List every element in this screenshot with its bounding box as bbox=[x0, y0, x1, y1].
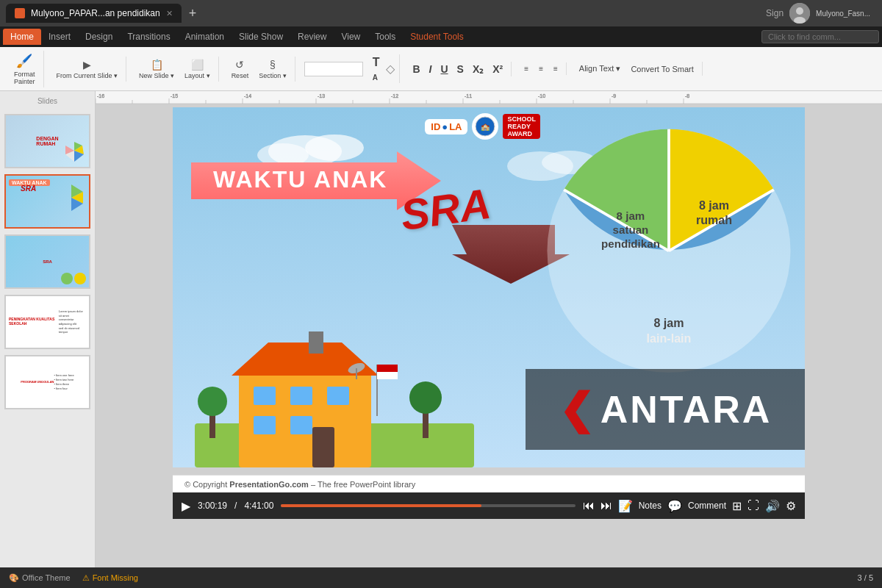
video-controls-right: ⏮ ⏭ 📝 Notes 💬 Comment ⊞ ⛶ 🔊 ⚙ bbox=[583, 499, 796, 513]
tab-review[interactable]: Review bbox=[290, 29, 334, 45]
sign-in-btn[interactable]: Sign bbox=[766, 8, 784, 18]
section-btn[interactable]: § Section ▾ bbox=[255, 57, 290, 82]
svg-text:8 jam: 8 jam bbox=[653, 316, 684, 329]
svg-text:-16: -16 bbox=[97, 93, 104, 98]
slide-panel: Slides DENGANRUMAH bbox=[0, 91, 96, 567]
from-current-label: From Current Slide ▾ bbox=[57, 72, 118, 79]
new-slide-icon: 📋 bbox=[151, 59, 163, 71]
wps-office-app: Home Insert Design Transitions Animation… bbox=[0, 26, 882, 588]
fullscreen-btn[interactable]: ⛶ bbox=[747, 499, 759, 512]
play-pause-btn[interactable]: ▶ bbox=[182, 499, 190, 513]
copyright-bar: © Copyright PresentationGo.com – The fre… bbox=[173, 475, 805, 492]
layout-btn[interactable]: ⬜ Layout ▾ bbox=[181, 57, 214, 82]
play-icon: ▶ bbox=[83, 59, 91, 71]
user-name: Mulyono_Fasn... bbox=[816, 10, 870, 18]
comment-btn[interactable]: 💬 bbox=[667, 499, 682, 513]
svg-text:8 jam: 8 jam bbox=[617, 209, 645, 222]
comment-label[interactable]: Comment bbox=[688, 501, 726, 511]
video-progress-fill bbox=[281, 504, 481, 507]
toolbar: 🖌️ FormatPainter ▶ From Current Slide ▾ … bbox=[0, 47, 882, 91]
video-progress-bar[interactable] bbox=[281, 504, 575, 507]
svg-rect-3 bbox=[96, 91, 882, 104]
tab-slideshow[interactable]: Slide Show bbox=[232, 29, 290, 45]
tab-favicon bbox=[15, 8, 25, 18]
underline-btn[interactable]: U bbox=[437, 62, 451, 76]
svg-rect-54 bbox=[290, 387, 312, 405]
svg-text:-12: -12 bbox=[391, 93, 398, 98]
tab-design[interactable]: Design bbox=[78, 29, 120, 45]
time-separator: / bbox=[234, 501, 237, 511]
logos-container: ID ● LA 🏫 SCHOOLREADYAWARD bbox=[425, 113, 540, 140]
pie-chart-svg: 8 jam satuan pendidikan 8 jam rumah 8 ja… bbox=[540, 122, 797, 387]
tab-home[interactable]: Home bbox=[3, 29, 41, 45]
tab-tools[interactable]: Tools bbox=[368, 29, 403, 45]
svg-rect-61 bbox=[377, 372, 398, 379]
presentation-go-link[interactable]: PresentationGo.com bbox=[229, 480, 309, 489]
layout-label: Layout ▾ bbox=[184, 72, 210, 79]
slide-thumb-4[interactable]: PENINGKATAN KUALITAS SEKOLAH Lorem ipsum… bbox=[4, 295, 90, 349]
align-text-btn[interactable]: Align Text ▾ bbox=[576, 62, 625, 76]
antara-logo: ❮ ANTARA bbox=[559, 387, 772, 431]
tab-animation[interactable]: Animation bbox=[178, 29, 232, 45]
svg-text:rumah: rumah bbox=[696, 213, 732, 226]
new-tab-btn[interactable]: + bbox=[184, 6, 201, 21]
toolbar-group-section: ↺ Reset § Section ▾ bbox=[223, 57, 295, 82]
total-time: 4:41:00 bbox=[244, 501, 273, 511]
slide-background: WAKTU ANAK SRA bbox=[173, 107, 805, 467]
svg-text:-9: -9 bbox=[612, 93, 616, 98]
tab-insert[interactable]: Insert bbox=[41, 29, 78, 45]
convert-smart-btn[interactable]: Convert To Smart bbox=[627, 62, 697, 76]
section-label: Section ▾ bbox=[259, 72, 287, 79]
slide-thumb-5[interactable]: PROGRAM UNGGULAN • Item one here• Item t… bbox=[4, 355, 90, 409]
svg-rect-58 bbox=[312, 427, 334, 467]
align-right-btn[interactable]: ≡ bbox=[550, 62, 562, 75]
skip-back-btn[interactable]: ⏮ bbox=[583, 499, 595, 512]
slide-thumb-2-content: WAKTU ANAK SRA bbox=[6, 176, 89, 227]
settings-btn[interactable]: ⚙ bbox=[786, 499, 796, 513]
section-icon: § bbox=[270, 59, 276, 71]
bold-btn[interactable]: B bbox=[409, 62, 423, 76]
video-controls-bar[interactable]: ▶ 3:00:19 / 4:41:00 ⏮ ⏭ 📝 Notes 💬 Commen… bbox=[173, 492, 805, 519]
reset-btn[interactable]: ↺ Reset bbox=[228, 57, 253, 82]
tab-close-btn[interactable]: ✕ bbox=[166, 9, 173, 18]
superscript-btn[interactable]: X² bbox=[489, 62, 506, 76]
font-size-increase[interactable]: T bbox=[369, 54, 384, 71]
volume-btn[interactable]: 🔊 bbox=[765, 499, 780, 513]
align-left-btn[interactable]: ≡ bbox=[520, 62, 532, 75]
slides-panel-label: Slides bbox=[4, 97, 90, 105]
svg-text:-13: -13 bbox=[318, 93, 325, 98]
format-painter-btn[interactable]: 🖌️ FormatPainter bbox=[10, 51, 39, 87]
from-current-slide-btn[interactable]: ▶ From Current Slide ▾ bbox=[53, 57, 122, 82]
tab-view[interactable]: View bbox=[334, 29, 368, 45]
strikethrough-btn[interactable]: S bbox=[453, 62, 467, 76]
tab-student-tools[interactable]: Student Tools bbox=[403, 29, 471, 45]
svg-point-65 bbox=[409, 381, 442, 414]
slide-thumb-3-content: SRA bbox=[6, 236, 89, 287]
italic-btn[interactable]: I bbox=[426, 62, 436, 76]
thumb1-pie-icon bbox=[62, 138, 87, 164]
slide-thumb-1[interactable]: DENGANRUMAH bbox=[4, 114, 90, 168]
align-text-icon: Align Text ▾ bbox=[579, 64, 621, 74]
copyright-text: © Copyright PresentationGo.com – The fre… bbox=[184, 480, 415, 489]
new-slide-btn[interactable]: 📋 New Slide ▾ bbox=[135, 57, 178, 82]
search-input[interactable] bbox=[761, 30, 879, 43]
slide-thumb-2[interactable]: WAKTU ANAK SRA bbox=[4, 174, 90, 229]
tab-transitions[interactable]: Transitions bbox=[120, 29, 177, 45]
active-tab[interactable]: Mulyono_PAPAR...an pendidikan ✕ bbox=[6, 4, 182, 23]
slide-thumb-1-content: DENGANRUMAH bbox=[6, 115, 89, 167]
slide-thumb-3[interactable]: SRA bbox=[4, 234, 90, 289]
antara-overlay: ❮ ANTARA bbox=[526, 369, 805, 450]
skip-forward-btn[interactable]: ⏭ bbox=[600, 499, 612, 512]
notes-label[interactable]: Notes bbox=[639, 501, 662, 511]
font-family-input[interactable] bbox=[304, 62, 363, 76]
notes-btn[interactable]: 📝 bbox=[618, 499, 633, 513]
align-center-btn[interactable]: ≡ bbox=[535, 62, 547, 75]
font-size-decrease[interactable]: A bbox=[369, 72, 384, 83]
svg-text:-10: -10 bbox=[538, 93, 545, 98]
svg-rect-56 bbox=[254, 416, 276, 434]
app-container: Mulyono_PAPAR...an pendidikan ✕ + Sign M… bbox=[0, 0, 882, 588]
reset-icon: ↺ bbox=[235, 59, 244, 71]
subscript-btn[interactable]: X₂ bbox=[469, 62, 487, 76]
grid-view-btn[interactable]: ⊞ bbox=[732, 499, 742, 513]
idola-logo: ID ● LA bbox=[425, 119, 467, 135]
